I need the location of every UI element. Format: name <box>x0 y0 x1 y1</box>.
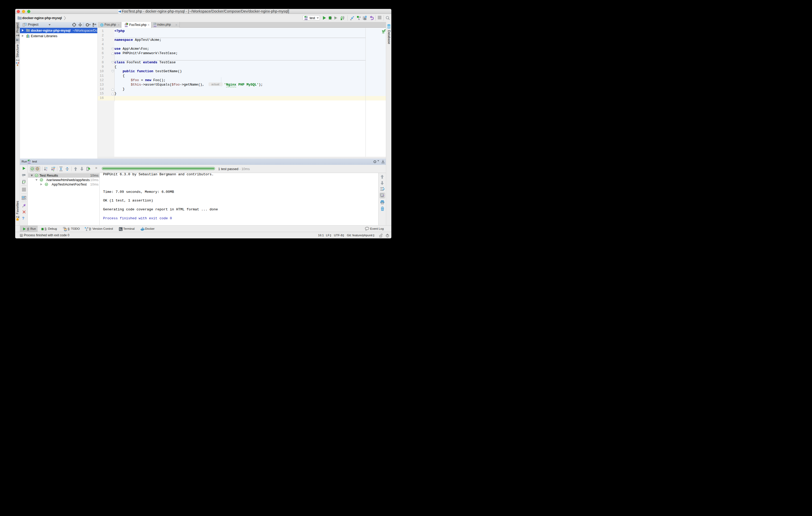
svg-text:php: php <box>125 26 128 27</box>
svg-text:php: php <box>28 162 31 164</box>
svg-text:php: php <box>304 18 308 20</box>
svg-text:php: php <box>153 26 156 27</box>
svg-text:z: z <box>46 169 47 171</box>
svg-text:C: C <box>101 24 103 26</box>
